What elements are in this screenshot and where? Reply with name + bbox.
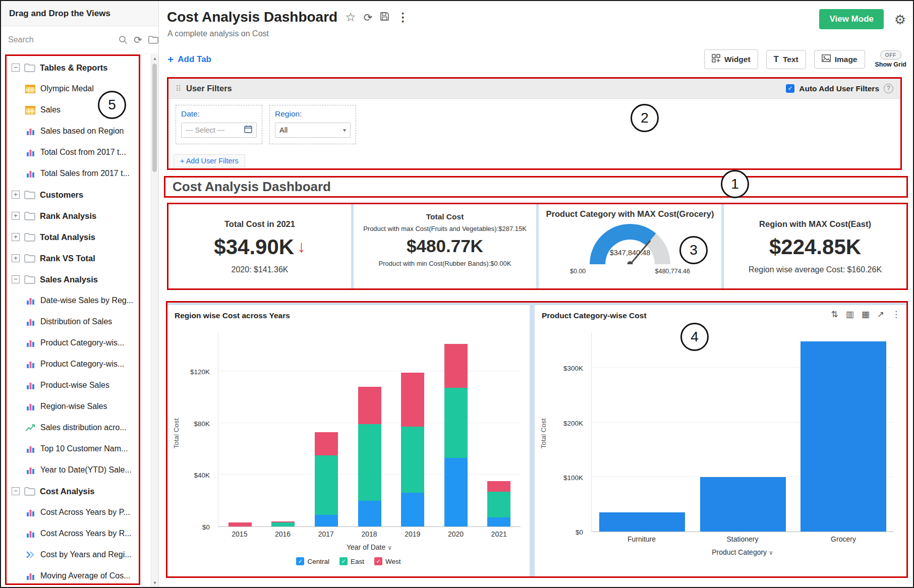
tree-item-cost-across-years-by-p[interactable]: Cost Across Years by P... — [7, 502, 139, 523]
tree-item-cost-by-years-and-regi[interactable]: Cost by Years and Regi... — [7, 544, 139, 565]
bar-segment-east-2020[interactable] — [444, 388, 468, 458]
bar-segment-west-2018[interactable] — [358, 387, 381, 424]
chart-region-wise-cost[interactable]: Region wise Cost across Years Total Cost… — [167, 305, 530, 576]
grid-state-badge[interactable]: OFF — [880, 50, 902, 60]
search-input[interactable] — [8, 35, 112, 44]
bar-grocery[interactable] — [801, 341, 886, 532]
tree-item-year-to-date-ytd-sale[interactable]: Year to Date(YTD) Sale... — [7, 459, 139, 481]
date-select[interactable]: --- Select --- — [181, 123, 257, 138]
help-icon[interactable]: ? — [884, 84, 893, 93]
bar-segment-east-2018[interactable] — [358, 424, 381, 500]
bar-segment-west-2017[interactable] — [315, 432, 338, 455]
bar-segment-central-2020[interactable] — [444, 458, 468, 526]
chart-product-category-cost[interactable]: Product Category-wise Cost ⇅▥▦↗⋮ Total C… — [535, 305, 906, 576]
stacked-bar-2016[interactable] — [271, 521, 295, 526]
scrollbar-thumb[interactable] — [152, 64, 157, 172]
tree-item-region-wise-sales[interactable]: Region-wise Sales — [7, 396, 139, 417]
x-axis-title[interactable]: Product Category ∨ — [591, 548, 894, 556]
bar-stationery[interactable] — [700, 477, 786, 532]
scroll-down-icon[interactable]: ▼ — [151, 580, 158, 585]
save-icon[interactable] — [380, 12, 389, 23]
favorite-star-icon[interactable]: ☆ — [345, 11, 356, 23]
expand-icon[interactable]: + — [12, 191, 20, 199]
legend-checkbox-central[interactable]: ✓ — [296, 557, 304, 565]
gauge-chart[interactable]: $347,840.48 — [590, 224, 670, 264]
scroll-up-icon[interactable]: ▲ — [151, 56, 158, 61]
bar-segment-west-2015[interactable] — [228, 522, 252, 526]
tree-item-sales-distribution-acro[interactable]: Sales distribution acro... — [7, 417, 139, 438]
region-select[interactable]: All ▾ — [275, 123, 351, 138]
tree-item-moving-average-of-cos[interactable]: Moving Average of Cos... — [7, 565, 139, 585]
auto-add-checkbox[interactable]: ✓ — [786, 84, 794, 93]
text-button[interactable]: T Text — [766, 50, 806, 69]
bar-segment-west-2021[interactable] — [487, 481, 510, 492]
tree-item-total-analysis[interactable]: +Total Analysis — [7, 226, 139, 248]
legend-item-central[interactable]: ✓Central — [296, 557, 329, 565]
add-tab-button[interactable]: + Add Tab — [167, 53, 211, 66]
collapse-icon[interactable]: − — [12, 487, 20, 495]
image-button[interactable]: Image — [814, 50, 865, 69]
drag-handle-icon[interactable]: ⠿ — [176, 84, 181, 93]
widget-button[interactable]: Widget — [704, 49, 758, 69]
add-user-filters-button[interactable]: + Add User Filters — [174, 154, 245, 167]
calendar-icon[interactable] — [244, 125, 252, 135]
settings-gear-icon[interactable]: ⚙ — [894, 12, 906, 28]
stacked-bar-2015[interactable] — [228, 522, 252, 526]
tree-item-product-category-wis[interactable]: Product Category-wis... — [7, 354, 139, 375]
sort-icon[interactable]: ⇅ — [831, 310, 838, 319]
more-menu-icon[interactable]: ⋮ — [397, 12, 409, 23]
stacked-bar-2018[interactable] — [358, 387, 381, 526]
bar-segment-west-2020[interactable] — [444, 344, 468, 388]
column-chart-icon[interactable]: ▥ — [846, 310, 854, 319]
sidebar-scrollbar[interactable]: ▲ ▼ — [151, 54, 158, 587]
collapse-icon[interactable]: − — [12, 275, 20, 283]
show-grid-toggle[interactable]: OFF Show Grid — [875, 50, 907, 68]
refresh-icon[interactable]: ⟳ — [364, 12, 373, 23]
tree-item-date-wise-sales-by-reg[interactable]: Date-wise Sales by Reg... — [7, 290, 139, 311]
legend-checkbox-west[interactable]: ✓ — [374, 557, 382, 565]
expand-icon[interactable]: + — [12, 233, 20, 241]
bar-segment-east-2021[interactable] — [487, 492, 510, 517]
chart-settings-icon[interactable]: ▦ — [862, 310, 870, 319]
bar-segment-central-2018[interactable] — [358, 501, 381, 526]
bar-segment-central-2017[interactable] — [315, 515, 338, 526]
bar-segment-east-2016[interactable] — [271, 522, 295, 526]
bar-segment-east-2019[interactable] — [401, 427, 424, 493]
tree-item-product-wise-sales[interactable]: Product-wise Sales — [7, 375, 139, 396]
bar-segment-central-2021[interactable] — [487, 517, 510, 526]
tree-item-total-cost-from-2017-t[interactable]: Total Cost from 2017 t... — [7, 142, 139, 163]
tree-item-rank-vs-total[interactable]: +Rank VS Total — [7, 248, 139, 269]
tree-item-total-sales-from-2017-t[interactable]: Total Sales from 2017 t... — [7, 163, 139, 184]
legend-item-east[interactable]: ✓East — [339, 557, 364, 565]
view-mode-button[interactable]: View Mode — [819, 9, 884, 29]
search-icon[interactable] — [119, 35, 128, 44]
bar-furniture[interactable] — [599, 512, 685, 532]
legend-checkbox-east[interactable]: ✓ — [339, 557, 348, 565]
stacked-bar-2021[interactable] — [487, 481, 510, 526]
bar-segment-central-2019[interactable] — [401, 493, 424, 526]
tree-item-sales-based-on-region[interactable]: Sales based on Region — [7, 121, 139, 142]
tree-item-top-10-customer-nam[interactable]: Top 10 Customer Nam... — [7, 438, 139, 459]
stacked-bar-2017[interactable] — [315, 432, 338, 526]
tree-item-sales-analysis[interactable]: −Sales Analysis — [7, 269, 139, 290]
kpi-card-region-max-cost[interactable]: Region with MAX Cost(East) $224.85K Regi… — [724, 204, 906, 288]
legend-item-west[interactable]: ✓West — [374, 557, 401, 565]
bar-segment-west-2019[interactable] — [401, 373, 424, 427]
folder-view-icon[interactable] — [148, 36, 158, 44]
refresh-views-icon[interactable]: ⟳ — [134, 35, 142, 45]
tree-item-rank-analysis[interactable]: +Rank Analysis — [7, 205, 139, 226]
collapse-icon[interactable]: − — [12, 64, 20, 72]
expand-icon[interactable]: ↗ — [877, 310, 884, 319]
x-axis-title[interactable]: Year of Date ∨ — [218, 543, 521, 551]
tree-item-customers[interactable]: +Customers — [7, 184, 139, 205]
bar-segment-east-2017[interactable] — [315, 455, 338, 515]
stacked-bar-2020[interactable] — [444, 344, 468, 526]
tree-item-product-category-wis[interactable]: Product Category-wis... — [7, 332, 139, 354]
tree-item-tables-reports[interactable]: −Tables & Reports — [7, 57, 139, 78]
expand-icon[interactable]: + — [12, 212, 20, 220]
more-icon[interactable]: ⋮ — [892, 310, 900, 319]
kpi-card-total-cost-2021[interactable]: Total Cost in 2021 $34.90K↓ 2020: $141.3… — [168, 204, 351, 288]
kpi-card-total-cost[interactable]: Total Cost Product with max Cost(Fruits … — [354, 204, 536, 288]
tree-item-distribution-of-sales[interactable]: Distribution of Sales — [7, 311, 139, 332]
tree-item-cost-analysis[interactable]: −Cost Analysis — [7, 481, 139, 502]
